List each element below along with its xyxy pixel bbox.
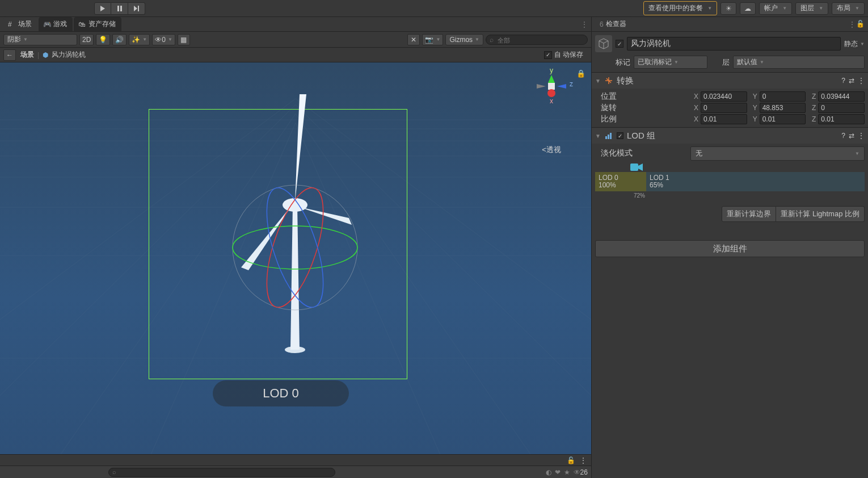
rotation-z-input[interactable]	[818, 103, 865, 113]
scene-viewport[interactable]: y z x <透视 🔒 LOD 0	[0, 62, 591, 454]
wind-turbine-model[interactable]	[221, 83, 369, 355]
play-button[interactable]	[94, 2, 111, 15]
help-icon[interactable]: ?	[841, 77, 845, 85]
tag-dropdown[interactable]: 已取消标记	[634, 56, 707, 69]
tab-game[interactable]: 🎮游戏	[39, 17, 73, 31]
camera-icon[interactable]	[630, 162, 644, 172]
panel-options-icon[interactable]: ⋮	[581, 20, 588, 28]
rotation-y-input[interactable]	[760, 103, 806, 113]
object-cube-icon[interactable]	[595, 35, 612, 52]
position-x-input[interactable]	[701, 91, 747, 102]
pause-button[interactable]	[111, 2, 128, 15]
visibility-count: 0	[162, 36, 166, 44]
inspector-options-icon[interactable]: ⋮	[849, 20, 856, 28]
filter-icon[interactable]: ◐	[546, 468, 551, 476]
lod-segment-1[interactable]: LOD 1 65%	[646, 172, 865, 191]
layers-dropdown[interactable]: 图层	[795, 2, 828, 15]
shading-mode-dropdown[interactable]: 阴影	[3, 34, 77, 45]
active-checkbox[interactable]: ✓	[616, 40, 623, 48]
transform-header[interactable]: ▼ 转换 ?⇄⋮	[592, 73, 868, 89]
star-icon[interactable]: ★	[564, 468, 570, 476]
svg-rect-2	[138, 6, 139, 11]
tools-icon[interactable]: ✕	[407, 34, 420, 45]
package-manager-button[interactable]: 查看使用中的套餐	[643, 1, 717, 15]
scale-x-input[interactable]	[701, 114, 747, 124]
hidden-count[interactable]: 👁26	[574, 468, 588, 476]
preset-icon[interactable]: ⇄	[849, 77, 854, 85]
scale-y-input[interactable]	[760, 114, 806, 124]
inspector-tab-num: 6	[600, 20, 604, 28]
static-toggle[interactable]: 静态▼	[844, 39, 865, 49]
breadcrumb-object[interactable]: 风力涡轮机	[52, 50, 86, 60]
account-dropdown[interactable]: 帐户	[759, 2, 792, 15]
rotation-x-input[interactable]	[701, 103, 747, 113]
axis-x-label: X	[690, 93, 698, 100]
lighting-toggle-icon[interactable]: 💡	[96, 34, 110, 45]
viewport-footer: 🔓 ⋮	[0, 454, 591, 466]
lod-group-header[interactable]: ▼ ✓ LOD 组 ?⇄⋮	[592, 128, 868, 144]
2d-label: 2D	[82, 36, 91, 44]
scale-z-input[interactable]	[818, 114, 865, 124]
tab-scene-label: 场景	[18, 19, 32, 29]
help-icon[interactable]: ?	[841, 132, 845, 140]
breadcrumb-root[interactable]: 场景	[20, 50, 34, 60]
svg-rect-0	[117, 6, 119, 11]
tab-asset-store[interactable]: 🛍资产存储	[74, 17, 121, 31]
position-z-input[interactable]	[818, 91, 865, 102]
checkbox-icon: ✓	[544, 51, 552, 59]
orientation-gizmo[interactable]: y z x <透视	[529, 68, 574, 155]
sun-icon[interactable]: ☀	[720, 2, 736, 15]
layer-label: 层	[722, 57, 730, 68]
gizmos-dropdown[interactable]: Gizmos	[445, 34, 483, 45]
add-component-button[interactable]: 添加组件	[595, 240, 865, 257]
lod-enabled-checkbox[interactable]: ✓	[617, 132, 623, 139]
favorite-icon[interactable]: ❤	[555, 468, 561, 476]
object-name-input[interactable]	[627, 37, 841, 51]
2d-toggle[interactable]: 2D	[79, 34, 94, 45]
kebab-footer-icon[interactable]: ⋮	[580, 456, 587, 464]
scene-search-input[interactable]	[486, 35, 588, 45]
lock-footer-icon[interactable]: 🔓	[567, 456, 575, 464]
autosave-checkbox[interactable]: ✓ 自 动保存	[544, 50, 588, 60]
tag-value: 已取消标记	[638, 57, 672, 67]
lod-group-component: ▼ ✓ LOD 组 ?⇄⋮ 淡化模式 无▼ LOD 0 100%	[592, 127, 868, 224]
inspector-panel: 6 检查器 🔓 ⋮ ✓ 静态▼ 标记 已取消标记 层 默认值	[591, 17, 868, 478]
grid-toggle-icon[interactable]: ▦	[178, 34, 190, 45]
fx-toggle-icon[interactable]: ✨	[129, 34, 150, 45]
tab-scene[interactable]: #场景	[3, 17, 37, 31]
scene-search-field[interactable]	[498, 37, 583, 44]
layer-value: 默认值	[737, 57, 757, 67]
step-button[interactable]	[128, 2, 145, 15]
cloud-icon[interactable]: ☁	[740, 2, 756, 15]
transform-component: ▼ 转换 ?⇄⋮ 位置 X Y Z 旋转 X Y Z	[592, 72, 868, 127]
lod-slider[interactable]: LOD 0 100% LOD 1 65% 72%	[595, 172, 865, 191]
position-y-input[interactable]	[760, 91, 806, 102]
project-search-input[interactable]	[108, 468, 335, 477]
svg-text:x: x	[550, 97, 553, 105]
visibility-toggle[interactable]: 👁0	[152, 34, 175, 45]
svg-point-29	[547, 89, 555, 97]
back-icon[interactable]: ←	[3, 49, 16, 61]
layout-dropdown[interactable]: 布局	[832, 2, 865, 15]
component-options-icon[interactable]: ⋮	[858, 77, 865, 85]
lock-inspector-icon[interactable]: 🔓	[856, 20, 865, 28]
audio-toggle-icon[interactable]: 🔊	[112, 34, 127, 45]
left-panel: #场景 🎮游戏 🛍资产存储 ⋮ 阴影 2D 💡 🔊 ✨ 👁0 ▦ ✕ 📷 Giz…	[0, 17, 591, 478]
recalculate-lightmap-button[interactable]: 重新计算 Lightmap 比例	[776, 206, 865, 222]
lock-icon[interactable]: 🔒	[576, 69, 585, 78]
svg-rect-31	[608, 135, 609, 139]
eye-off-icon: 👁	[155, 36, 162, 44]
fade-mode-dropdown[interactable]: 无▼	[690, 146, 865, 161]
object-header: ✓ 静态▼ 标记 已取消标记 层 默认值	[592, 32, 868, 72]
recalculate-bounds-button[interactable]: 重新计算边界	[722, 206, 776, 222]
preset-icon[interactable]: ⇄	[849, 132, 854, 140]
tab-inspector[interactable]: 6 检查器	[595, 17, 632, 31]
fold-icon: ▼	[595, 133, 601, 139]
perspective-label[interactable]: <透视	[529, 145, 574, 155]
camera-icon[interactable]: 📷	[422, 34, 443, 45]
project-toolbar: ◐ ❤ ★ 👁26	[0, 466, 591, 478]
scene-icon: #	[8, 20, 16, 28]
component-options-icon[interactable]: ⋮	[858, 132, 865, 140]
lod-segment-0[interactable]: LOD 0 100%	[595, 172, 646, 191]
layer-dropdown[interactable]: 默认值	[733, 56, 865, 69]
